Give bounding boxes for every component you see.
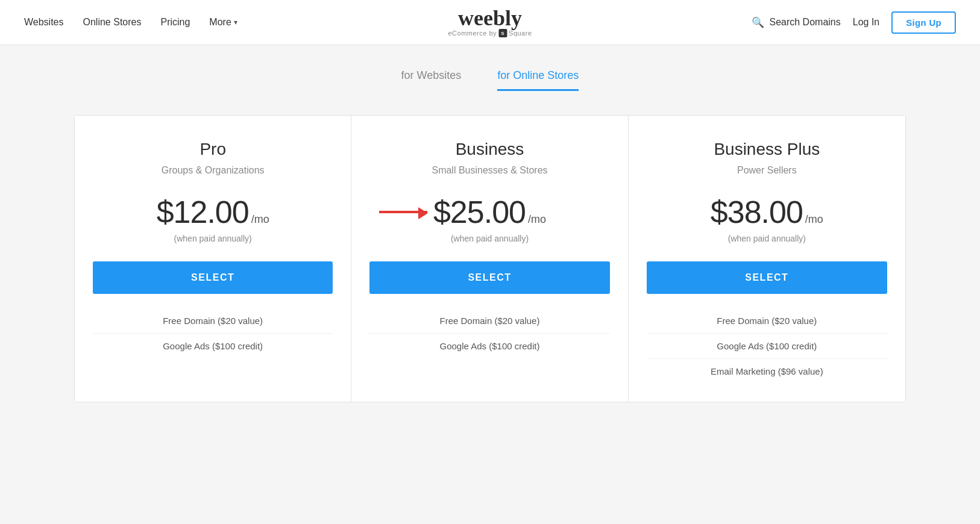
red-arrow-icon xyxy=(379,211,427,213)
price-arrow-annotation xyxy=(379,211,427,213)
plan-business-note: (when paid annually) xyxy=(451,234,529,243)
plan-pro: Pro Groups & Organizations $12.00 /mo (w… xyxy=(75,116,351,402)
plan-business: Business Small Businesses & Stores $25.0… xyxy=(351,116,628,402)
nav-online-stores[interactable]: Online Stores xyxy=(83,17,142,28)
search-domains-button[interactable]: 🔍 Search Domains xyxy=(752,16,840,29)
pricing-tabs: for Websites for Online Stores xyxy=(62,69,918,91)
nav-right: 🔍 Search Domains Log In Sign Up xyxy=(752,11,956,34)
plan-pro-subtitle: Groups & Organizations xyxy=(162,165,265,176)
plan-business-plus-select[interactable]: SELECT xyxy=(647,261,887,294)
pricing-grid: Pro Groups & Organizations $12.00 /mo (w… xyxy=(74,115,906,402)
plan-pro-period: /mo xyxy=(251,213,269,226)
search-domains-label: Search Domains xyxy=(769,17,840,28)
plan-business-features: Free Domain ($20 value) Google Ads ($100… xyxy=(369,308,609,358)
plan-business-name: Business xyxy=(456,140,524,159)
plan-business-price: $25.00 xyxy=(433,194,526,230)
nav-websites[interactable]: Websites xyxy=(24,17,64,28)
plan-business-subtitle: Small Businesses & Stores xyxy=(432,165,547,176)
signup-button[interactable]: Sign Up xyxy=(891,11,956,34)
plan-pro-name: Pro xyxy=(199,140,226,159)
plan-business-plus-feature-2: Email Marketing ($96 value) xyxy=(647,358,887,384)
search-icon: 🔍 xyxy=(752,16,764,29)
plan-business-plus-note: (when paid annually) xyxy=(728,234,806,243)
plan-business-plus-feature-0: Free Domain ($20 value) xyxy=(647,308,887,333)
logo-subtitle: eCommerce by S Square xyxy=(448,29,532,37)
plan-pro-price: $12.00 xyxy=(157,194,249,230)
plan-business-plus-price: $38.00 xyxy=(711,194,803,230)
square-icon: S xyxy=(498,29,507,37)
plan-pro-feature-0: Free Domain ($20 value) xyxy=(93,308,333,333)
plan-business-plus-subtitle: Power Sellers xyxy=(737,165,797,176)
plan-business-plus-price-row: $38.00 /mo xyxy=(711,194,823,230)
logo-text: weebly xyxy=(448,7,532,29)
tab-online-stores[interactable]: for Online Stores xyxy=(497,69,579,91)
plan-business-plus: Business Plus Power Sellers $38.00 /mo (… xyxy=(629,116,905,402)
plan-pro-price-row: $12.00 /mo xyxy=(157,194,269,230)
main-content: for Websites for Online Stores Pro Group… xyxy=(50,45,930,438)
plan-business-feature-0: Free Domain ($20 value) xyxy=(369,308,609,333)
plan-pro-features: Free Domain ($20 value) Google Ads ($100… xyxy=(93,308,333,358)
nav-pricing[interactable]: Pricing xyxy=(160,17,190,28)
more-chevron-icon: ▾ xyxy=(234,18,237,27)
tab-websites[interactable]: for Websites xyxy=(401,69,462,91)
plan-pro-select[interactable]: SELECT xyxy=(93,261,333,294)
navbar: Websites Online Stores Pricing More ▾ we… xyxy=(0,0,980,45)
plan-pro-feature-1: Google Ads ($100 credit) xyxy=(93,333,333,358)
plan-business-price-row: $25.00 /mo xyxy=(433,194,546,230)
nav-more[interactable]: More ▾ xyxy=(209,17,237,28)
plan-pro-note: (when paid annually) xyxy=(174,234,252,243)
plan-business-select[interactable]: SELECT xyxy=(369,261,609,294)
plan-business-feature-1: Google Ads ($100 credit) xyxy=(369,333,609,358)
logo: weebly eCommerce by S Square xyxy=(448,7,532,37)
login-link[interactable]: Log In xyxy=(853,17,879,28)
plan-business-plus-features: Free Domain ($20 value) Google Ads ($100… xyxy=(647,308,887,384)
plan-business-plus-feature-1: Google Ads ($100 credit) xyxy=(647,333,887,358)
plan-business-plus-period: /mo xyxy=(805,213,823,226)
plan-business-plus-name: Business Plus xyxy=(714,140,820,159)
nav-left: Websites Online Stores Pricing More ▾ xyxy=(24,17,237,28)
plan-business-period: /mo xyxy=(528,213,546,226)
